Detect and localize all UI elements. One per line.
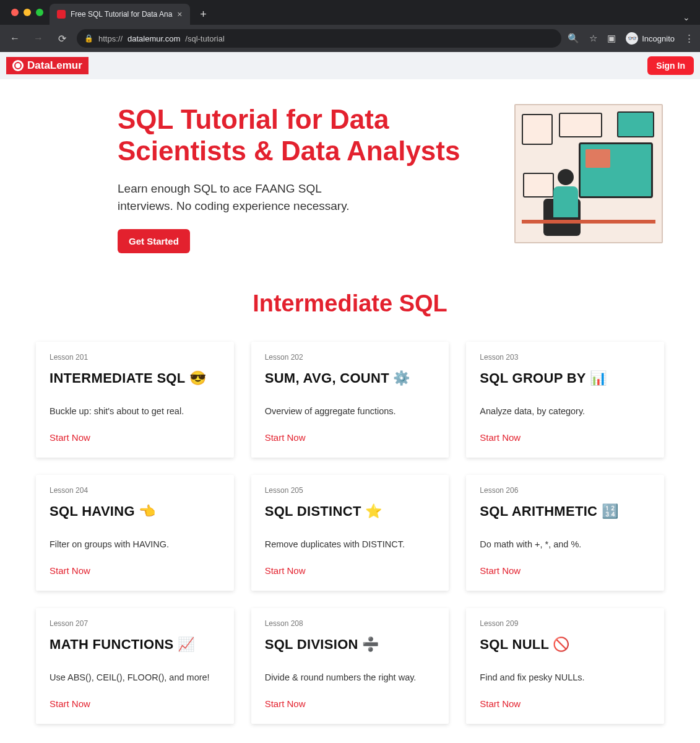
start-now-link[interactable]: Start Now xyxy=(50,432,220,443)
hero-section: SQL Tutorial for Data Scientists & Data … xyxy=(0,79,700,272)
lesson-description: Remove duplicates with DISTINCT. xyxy=(265,539,436,549)
bookmark-star-icon[interactable]: ☆ xyxy=(589,33,597,44)
tabs-dropdown-icon[interactable]: ⌄ xyxy=(673,12,700,25)
lesson-card[interactable]: Lesson 207MATH FUNCTIONS 📈Use ABS(), CEI… xyxy=(36,608,234,724)
site-header: DataLemur Sign In xyxy=(0,52,700,79)
section-title: Intermediate SQL xyxy=(0,290,700,317)
start-now-link[interactable]: Start Now xyxy=(50,698,220,709)
tab-bar: Free SQL Tutorial for Data Ana × + ⌄ xyxy=(0,0,700,25)
lesson-description: Do math with +, *, and %. xyxy=(480,539,650,549)
window-close-dot[interactable] xyxy=(11,9,19,16)
browser-toolbar: ← → ⟳ 🔒 https://datalemur.com/sql-tutori… xyxy=(0,25,700,52)
lesson-card[interactable]: Lesson 202SUM, AVG, COUNT ⚙️Overview of … xyxy=(251,342,449,458)
lesson-title: SQL ARITHMETIC 🔢 xyxy=(480,503,650,519)
lock-icon: 🔒 xyxy=(84,34,93,43)
lesson-eyebrow: Lesson 201 xyxy=(50,353,220,362)
lesson-description: Divide & round numbers the right way. xyxy=(265,672,436,682)
lesson-eyebrow: Lesson 204 xyxy=(50,486,220,495)
lesson-eyebrow: Lesson 202 xyxy=(265,353,436,362)
nav-back-button[interactable]: ← xyxy=(6,30,24,47)
browser-tab[interactable]: Free SQL Tutorial for Data Ana × xyxy=(50,4,190,25)
lesson-title: SQL HAVING 👈 xyxy=(50,503,220,519)
incognito-badge[interactable]: 👓 Incognito xyxy=(626,32,675,45)
hero-copy: SQL Tutorial for Data Scientists & Data … xyxy=(118,104,490,253)
window-controls xyxy=(5,0,50,25)
lesson-eyebrow: Lesson 208 xyxy=(265,619,436,628)
lesson-description: Filter on groups with HAVING. xyxy=(50,539,220,549)
lesson-card[interactable]: Lesson 203SQL GROUP BY 📊Analyze data, by… xyxy=(466,342,664,458)
window-zoom-dot[interactable] xyxy=(36,9,43,16)
lesson-description: Overview of aggregate functions. xyxy=(265,406,436,416)
nav-reload-button[interactable]: ⟳ xyxy=(53,30,71,47)
url-path: /sql-tutorial xyxy=(185,34,225,43)
url-prefix: https:// xyxy=(98,34,123,43)
lesson-card[interactable]: Lesson 208SQL DIVISION ➗Divide & round n… xyxy=(251,608,449,724)
hero-title: SQL Tutorial for Data Scientists & Data … xyxy=(118,104,490,167)
start-now-link[interactable]: Start Now xyxy=(480,432,650,443)
lesson-description: Buckle up: shit's about to get real. xyxy=(50,406,220,416)
lesson-card[interactable]: Lesson 205SQL DISTINCT ⭐Remove duplicate… xyxy=(251,475,449,591)
lesson-title: SQL NULL 🚫 xyxy=(480,637,650,653)
start-now-link[interactable]: Start Now xyxy=(265,432,436,443)
lesson-card[interactable]: Lesson 201INTERMEDIATE SQL 😎Buckle up: s… xyxy=(36,342,234,458)
incognito-label: Incognito xyxy=(642,34,675,43)
brand-logo[interactable]: DataLemur xyxy=(6,57,89,74)
kebab-menu-icon[interactable]: ⋮ xyxy=(685,33,694,44)
lesson-description: Analyze data, by category. xyxy=(480,406,650,416)
start-now-link[interactable]: Start Now xyxy=(480,565,650,576)
lesson-title: SUM, AVG, COUNT ⚙️ xyxy=(265,370,436,386)
lesson-title: INTERMEDIATE SQL 😎 xyxy=(50,370,220,386)
lesson-title: SQL GROUP BY 📊 xyxy=(480,370,650,386)
hero-illustration xyxy=(514,104,663,243)
lesson-card[interactable]: Lesson 209SQL NULL 🚫Find and fix pesky N… xyxy=(466,608,664,724)
browser-chrome: Free SQL Tutorial for Data Ana × + ⌄ ← →… xyxy=(0,0,700,52)
lesson-eyebrow: Lesson 209 xyxy=(480,619,650,628)
lesson-eyebrow: Lesson 205 xyxy=(265,486,436,495)
lesson-eyebrow: Lesson 207 xyxy=(50,619,220,628)
search-icon[interactable]: 🔍 xyxy=(568,33,579,44)
start-now-link[interactable]: Start Now xyxy=(265,698,436,709)
nav-forward-button[interactable]: → xyxy=(30,30,47,47)
start-now-link[interactable]: Start Now xyxy=(50,565,220,576)
lesson-grid: Lesson 201INTERMEDIATE SQL 😎Buckle up: s… xyxy=(0,342,700,743)
address-bar[interactable]: 🔒 https://datalemur.com/sql-tutorial xyxy=(77,29,561,48)
lesson-description: Find and fix pesky NULLs. xyxy=(480,672,650,682)
tab-title: Free SQL Tutorial for Data Ana xyxy=(71,10,172,19)
lesson-title: SQL DISTINCT ⭐ xyxy=(265,503,436,519)
get-started-button[interactable]: Get Started xyxy=(118,229,190,253)
brand-mark-icon xyxy=(12,60,24,71)
lesson-title: SQL DIVISION ➗ xyxy=(265,637,436,653)
lesson-eyebrow: Lesson 206 xyxy=(480,486,650,495)
new-tab-button[interactable]: + xyxy=(195,6,212,23)
start-now-link[interactable]: Start Now xyxy=(265,565,436,576)
tab-close-icon[interactable]: × xyxy=(177,9,182,19)
start-now-link[interactable]: Start Now xyxy=(480,698,650,709)
hero-subtitle: Learn enough SQL to ace FAANG SQL interv… xyxy=(118,180,378,214)
lesson-eyebrow: Lesson 203 xyxy=(480,353,650,362)
lesson-description: Use ABS(), CEIL(), FLOOR(), and more! xyxy=(50,672,220,682)
lesson-title: MATH FUNCTIONS 📈 xyxy=(50,637,220,653)
favicon-icon xyxy=(57,10,66,19)
side-panel-icon[interactable]: ▣ xyxy=(607,33,616,44)
window-minimize-dot[interactable] xyxy=(24,9,31,16)
lesson-card[interactable]: Lesson 206SQL ARITHMETIC 🔢Do math with +… xyxy=(466,475,664,591)
incognito-icon: 👓 xyxy=(626,32,638,45)
url-domain: datalemur.com xyxy=(127,34,180,43)
lesson-card[interactable]: Lesson 204SQL HAVING 👈Filter on groups w… xyxy=(36,475,234,591)
toolbar-right: 🔍 ☆ ▣ 👓 Incognito ⋮ xyxy=(568,32,694,45)
sign-in-button[interactable]: Sign In xyxy=(647,56,694,75)
brand-name: DataLemur xyxy=(27,59,82,72)
